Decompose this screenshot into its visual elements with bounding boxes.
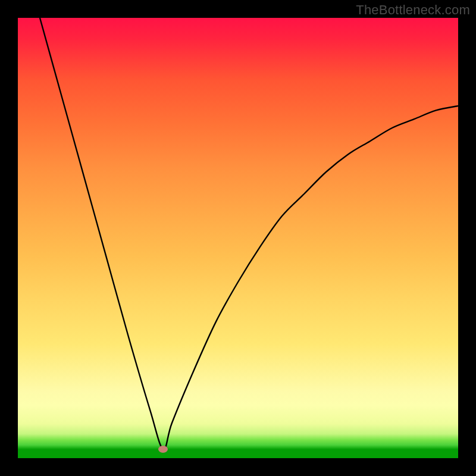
plot-area <box>18 18 458 458</box>
chart-frame: TheBottleneck.com <box>0 0 476 476</box>
watermark-label: TheBottleneck.com <box>356 2 470 18</box>
bottleneck-curve <box>18 18 458 458</box>
optimal-marker <box>158 446 168 453</box>
